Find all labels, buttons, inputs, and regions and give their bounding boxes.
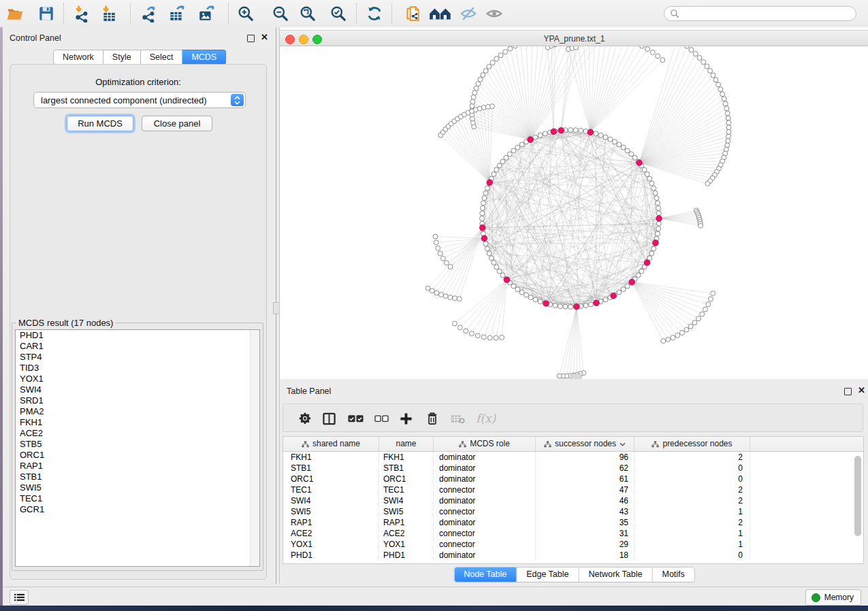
mcds-result-item[interactable]: YOX1 — [16, 374, 259, 384]
table-row[interactable]: RAP1RAP1dominator352 — [283, 517, 863, 528]
mcds-result-item[interactable]: ORC1 — [16, 450, 259, 461]
table-row[interactable]: SWI5SWI5connector431 — [283, 506, 863, 517]
open-file-icon[interactable] — [5, 4, 25, 23]
zoom-out-icon[interactable] — [271, 4, 290, 23]
export-network-icon[interactable] — [139, 4, 158, 23]
table-panel-title: Table Panel — [287, 386, 331, 396]
mcds-result-item[interactable]: TID3 — [16, 363, 259, 374]
memory-button[interactable]: Memory — [805, 589, 861, 606]
table-row[interactable]: YOX1YOX1connector291 — [283, 539, 863, 550]
deselect-all-icon[interactable] — [374, 410, 389, 427]
mcds-result-item[interactable]: RAP1 — [16, 461, 259, 472]
table-row[interactable]: SWI4SWI4dominator462 — [283, 495, 863, 506]
table-scrollbar-thumb[interactable] — [854, 456, 861, 536]
table-row[interactable]: ORC1ORC1dominator610 — [283, 474, 863, 484]
table-cell-filler — [750, 463, 863, 474]
search-field[interactable] — [664, 6, 856, 21]
settings-gear-icon[interactable] — [298, 410, 312, 427]
import-network-icon[interactable] — [72, 4, 91, 23]
table-cell-filler — [750, 484, 863, 495]
table-cell-filler — [750, 528, 863, 539]
list-icon — [14, 593, 25, 601]
table-cell: dominator — [434, 452, 536, 463]
tab-motifs[interactable]: Motifs — [652, 567, 694, 582]
close-panel-icon[interactable]: ✕ — [858, 387, 865, 394]
hide-selected-icon[interactable] — [459, 4, 478, 23]
network-view-window: YPA_prune.txt_1 — [279, 27, 868, 379]
delete-table-icon[interactable] — [451, 410, 465, 427]
float-window-icon[interactable] — [844, 388, 852, 395]
zoom-fit-icon[interactable] — [298, 4, 317, 23]
zoom-in-icon[interactable] — [236, 4, 255, 23]
column-header-name[interactable]: name — [379, 437, 434, 451]
export-image-icon[interactable] — [197, 4, 216, 23]
table-cell: SWI5 — [283, 506, 379, 517]
table-cell: 1 — [634, 539, 750, 550]
mcds-result-item[interactable]: ACE2 — [16, 428, 259, 439]
run-mcds-button[interactable]: Run MCDS — [67, 116, 133, 131]
add-column-icon[interactable] — [400, 410, 413, 427]
table-row[interactable]: FKH1FKH1dominator962 — [283, 452, 863, 463]
table-cell-filler — [750, 452, 863, 463]
tab-network-table[interactable]: Network Table — [579, 567, 652, 582]
column-header-shared-name[interactable]: shared name — [283, 437, 379, 451]
mcds-result-item[interactable]: PMA2 — [16, 406, 259, 417]
export-table-icon[interactable] — [167, 4, 186, 23]
import-table-icon[interactable] — [99, 4, 118, 23]
criterion-dropdown[interactable]: largest connected component (undirected) — [33, 92, 246, 108]
mcds-result-item[interactable]: STB1 — [16, 472, 259, 482]
table-row[interactable]: TEC1TEC1connector472 — [283, 484, 863, 495]
close-panel-icon[interactable]: ✕ — [261, 34, 268, 41]
tab-select[interactable]: Select — [141, 50, 183, 65]
delete-column-icon[interactable] — [426, 410, 438, 427]
table-row[interactable]: ACE2ACE2connector311 — [283, 528, 863, 539]
network-graph — [280, 46, 868, 379]
column-header-predecessor-nodes[interactable]: predecessor nodes — [634, 437, 750, 451]
show-all-icon[interactable] — [428, 4, 455, 23]
refresh-view-icon[interactable] — [365, 4, 384, 23]
select-all-icon[interactable] — [348, 410, 364, 427]
network-window-titlebar[interactable]: YPA_prune.txt_1 — [280, 30, 868, 46]
mcds-result-item[interactable]: STP4 — [16, 352, 259, 363]
mcds-result-item[interactable]: SWI4 — [16, 384, 259, 395]
table-row[interactable]: PHD1PHD1dominator180 — [283, 550, 863, 561]
table-cell: 46 — [536, 495, 634, 506]
network-canvas[interactable] — [280, 46, 868, 379]
mcds-result-item[interactable]: CAR1 — [16, 341, 259, 352]
task-history-button[interactable] — [10, 590, 29, 605]
table-row[interactable]: STB1STB1dominator620 — [283, 463, 863, 474]
tab-edge-table[interactable]: Edge Table — [516, 567, 578, 582]
table-scrollbar[interactable] — [854, 453, 862, 562]
column-header-successor-nodes[interactable]: successor nodes — [536, 437, 634, 451]
function-builder-icon[interactable]: f(x) — [476, 410, 496, 427]
mcds-result-item[interactable]: STB5 — [16, 439, 259, 450]
mcds-result-item[interactable]: FKH1 — [16, 417, 259, 428]
table-cell: 2 — [634, 452, 750, 463]
vertical-splitter[interactable] — [272, 27, 279, 584]
tab-network[interactable]: Network — [53, 50, 103, 65]
save-session-icon[interactable] — [37, 4, 56, 23]
table-cell-filler — [750, 539, 863, 550]
mcds-result-item[interactable]: SWI5 — [16, 482, 259, 493]
table-cell: 1 — [634, 506, 750, 517]
mcds-result-item[interactable]: TEC1 — [16, 493, 259, 504]
mcds-result-item[interactable]: PHD1 — [16, 330, 259, 341]
tab-node-table[interactable]: Node Table — [454, 567, 516, 582]
column-header-mcds-role[interactable]: MCDS role — [434, 437, 536, 451]
mcds-result-item[interactable]: GCR1 — [16, 504, 259, 515]
search-input[interactable] — [679, 8, 846, 19]
tab-style[interactable]: Style — [103, 50, 141, 65]
float-window-icon[interactable] — [247, 35, 255, 42]
close-panel-button[interactable]: Close panel — [142, 116, 212, 131]
table-cell: PHD1 — [283, 550, 379, 561]
toolbar-separator — [63, 3, 64, 24]
column-layout-icon[interactable] — [323, 410, 336, 427]
tab-mcds[interactable]: MCDS — [182, 50, 226, 65]
mcds-result-item[interactable]: SRD1 — [16, 395, 259, 406]
table-cell: TEC1 — [379, 484, 434, 495]
mcds-list-scrollbar[interactable] — [250, 330, 259, 566]
show-selected-icon[interactable] — [485, 4, 504, 23]
zoom-selected-icon[interactable] — [329, 4, 348, 23]
clone-network-icon[interactable] — [403, 4, 422, 23]
mcds-result-list[interactable]: PHD1CAR1STP4TID3YOX1SWI4SRD1PMA2FKH1ACE2… — [15, 329, 260, 567]
